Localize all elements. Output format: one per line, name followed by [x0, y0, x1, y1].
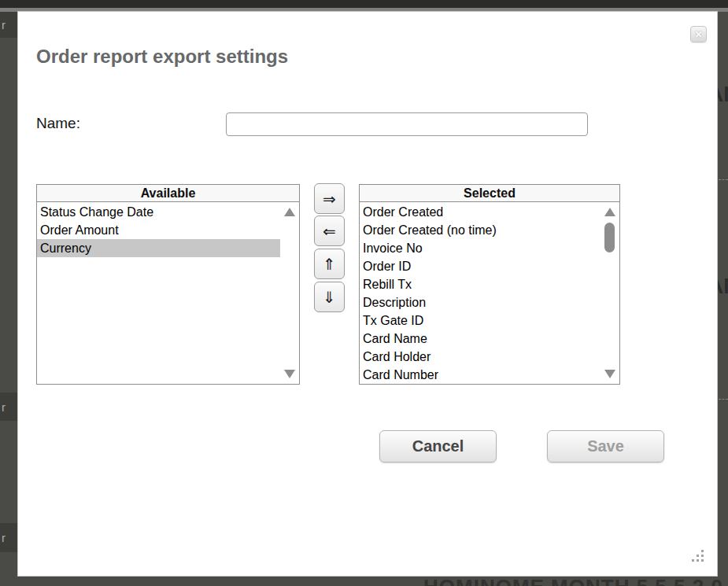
arrow-right-icon: ⇒ [323, 190, 336, 208]
fragment-text: r [2, 400, 6, 414]
available-listbox[interactable]: Status Change DateOrder AmountCurrency [36, 201, 300, 385]
background-bottom-clipped-text: HOMINOME MONTH 5 5 5 2 0 1 1 [423, 575, 728, 586]
selected-list: Order CreatedOrder Created (no time)Invo… [360, 203, 619, 384]
list-item[interactable]: Tx Gate ID [360, 311, 601, 330]
dialog-title: Order report export settings [36, 46, 288, 68]
list-item[interactable]: Card Holder [360, 348, 601, 366]
arrow-left-icon: ⇐ [323, 222, 336, 241]
background-dashed-line [719, 399, 728, 400]
scrollbar-thumb[interactable] [604, 223, 615, 252]
fragment-text: r [2, 531, 6, 544]
selected-header: Selected [359, 184, 620, 202]
list-item[interactable]: Order Created [360, 203, 601, 221]
list-item[interactable]: Invoice No [360, 239, 601, 257]
list-item[interactable]: Order Created (no time) [360, 221, 601, 239]
list-item[interactable]: Status Change Date [37, 203, 280, 221]
scroll-up-icon[interactable] [284, 208, 295, 216]
close-button[interactable]: ✕ [690, 26, 707, 42]
scroll-down-icon[interactable] [604, 370, 615, 378]
scroll-down-icon[interactable] [284, 370, 295, 378]
move-right-button[interactable]: ⇒ [314, 183, 345, 214]
cancel-button[interactable]: Cancel [379, 430, 497, 463]
background-dashed-line [719, 179, 728, 180]
arrow-up-icon: ⇑ [323, 255, 336, 274]
name-label: Name: [36, 115, 80, 132]
available-list: Status Change DateOrder AmountCurrency [37, 203, 299, 384]
resize-grip[interactable] [691, 549, 705, 563]
grip-dots-icon [692, 559, 694, 562]
screen: r r r AN AN HOMINOME MONTH 5 5 5 2 0 1 1… [0, 0, 728, 586]
move-down-button[interactable]: ⇓ [314, 282, 345, 312]
list-item[interactable]: Order ID [360, 257, 601, 275]
save-button[interactable]: Save [547, 430, 664, 463]
list-item[interactable]: Card Number [360, 366, 601, 384]
scroll-up-icon[interactable] [604, 208, 615, 216]
available-header: Available [36, 184, 300, 202]
fragment-text: r [2, 18, 6, 31]
list-item[interactable]: Currency [37, 239, 280, 257]
list-item[interactable]: Description [360, 293, 601, 311]
close-icon: ✕ [694, 30, 702, 39]
selected-listbox[interactable]: Order CreatedOrder Created (no time)Invo… [359, 201, 620, 385]
arrow-down-icon: ⇓ [323, 288, 336, 307]
list-item[interactable]: Card Name [360, 330, 601, 348]
move-up-button[interactable]: ⇑ [314, 249, 345, 279]
move-left-button[interactable]: ⇐ [314, 216, 345, 246]
name-input[interactable] [226, 112, 588, 136]
export-settings-dialog: ✕ Order report export settings Name: Ava… [17, 11, 718, 577]
list-item[interactable]: Order Amount [37, 221, 280, 239]
background-top-bar [0, 0, 728, 8]
list-item[interactable]: Rebill Tx [360, 275, 601, 293]
